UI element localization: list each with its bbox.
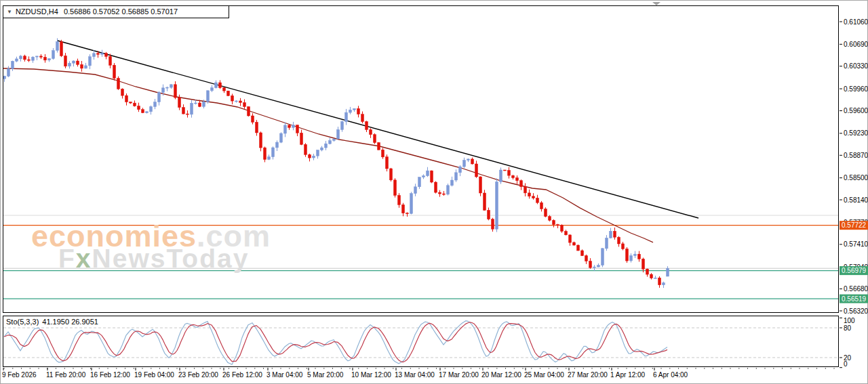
candle [52,48,55,60]
stochastic-lines [4,321,667,365]
candle [528,190,531,199]
candle [207,91,210,104]
candle [504,170,507,171]
price-tick-label: 0.57410 [844,240,868,248]
candle [300,130,303,146]
candle [264,147,267,163]
price-tick-label: 0.59600 [844,107,868,114]
candle [313,154,315,161]
candle [186,110,189,118]
candle [626,247,629,263]
candle [166,87,169,91]
candle [459,165,462,176]
candle [142,108,144,113]
candle [304,143,307,156]
time-label: 26 Feb 12:00 [222,371,262,379]
chart-shift-marker[interactable] [652,2,660,5]
candle [321,146,323,152]
candle [439,190,441,197]
candle [618,236,620,247]
candle [443,191,446,196]
candle [427,167,429,177]
time-axis[interactable]: 9 Feb 202611 Feb 20:0016 Feb 12:0019 Feb… [2,368,834,379]
stochastic-axis[interactable]: 10080200 [840,317,855,368]
candle [182,104,185,114]
candle [512,175,515,179]
candle [3,76,6,82]
candle [284,123,287,137]
candle [64,53,67,68]
candle [406,212,409,217]
candle [516,175,519,184]
price-tick-label: 0.56680 [844,285,868,293]
time-label: 27 Mar 20:00 [568,371,608,379]
price-tick-label: 0.56320 [844,307,868,315]
candle [20,55,22,62]
candle [447,184,450,195]
price-level-label: 0.56979 [842,267,867,274]
candle [573,242,576,246]
candle [475,161,478,177]
stochastic-k-line [4,321,667,365]
price-chart-canvas[interactable]: 0.610600.606900.603300.599600.596000.592… [0,0,868,384]
candle [390,168,393,182]
candle [276,140,279,151]
candle [272,146,275,159]
time-label: 23 Feb 20:00 [178,371,218,379]
candle [614,228,616,240]
candle [93,50,96,60]
candle [32,56,35,63]
candle [435,182,437,194]
candle [488,208,490,221]
symbol-info-bar[interactable]: ▼NZDUSD,H40.56886 0.57052 0.56885 0.5701… [3,5,229,18]
candle [280,132,283,143]
candle [138,103,140,112]
candle [357,106,360,117]
candle [366,121,368,132]
candle [252,113,254,124]
candle [223,87,226,93]
stochastic-name: Sto(5,3,3) [6,318,39,326]
candle [378,142,380,150]
candle [569,234,572,246]
candle [634,251,637,258]
price-tick-label: 0.58500 [844,174,868,182]
symbol-title: NZDUSD,H4 [16,7,58,16]
time-label: 10 Mar 12:00 [351,371,391,379]
candle [317,150,319,158]
time-label: 11 Feb 20:00 [46,371,86,379]
candle [561,224,564,233]
candle [256,120,258,135]
candle [549,215,551,221]
candle [260,131,262,151]
candle [231,93,234,104]
price-axis[interactable]: 0.610600.606900.603300.599600.596000.592… [840,18,868,315]
time-label: 3 Mar 04:00 [267,371,303,379]
symbol-dropdown-icon[interactable]: ▼ [7,9,12,15]
candle [288,125,291,130]
candle [455,169,458,182]
candle [606,235,608,251]
candle [113,63,116,81]
candle [101,50,104,57]
candle [89,54,92,69]
price-tick-label: 0.61060 [844,18,868,26]
candle [492,218,494,232]
time-label: 6 Apr 04:00 [653,371,688,379]
candle [40,54,43,59]
candle [484,190,486,211]
candle [325,141,328,150]
time-label: 17 Mar 20:00 [439,371,479,379]
candle [589,258,592,269]
trendline [58,41,698,218]
chart-window: 0.610600.606900.603300.599600.596000.592… [0,0,868,384]
candle [479,176,482,196]
candle [174,81,177,100]
candle [12,61,14,71]
candle [48,58,51,62]
candle [170,84,173,89]
candle [565,230,568,235]
candle [422,174,425,179]
stochastic-tick-label: 100 [844,317,855,324]
candle [585,255,588,264]
